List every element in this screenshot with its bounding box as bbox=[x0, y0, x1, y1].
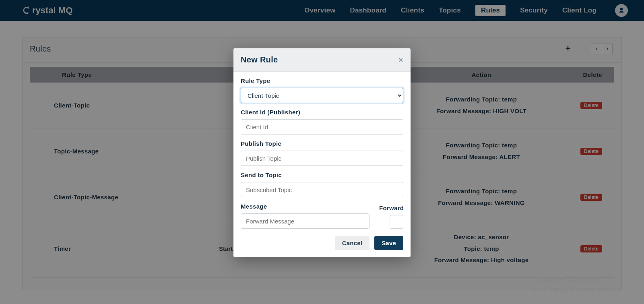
label-send-to-topic: Send to Topic bbox=[241, 172, 403, 178]
modal-header: New Rule × bbox=[233, 48, 411, 72]
modal-overlay[interactable]: New Rule × Rule Type Client-Topic Client… bbox=[0, 0, 644, 304]
label-forward: Forward bbox=[379, 205, 403, 211]
modal-actions: Cancel Save bbox=[241, 236, 403, 250]
modal-title: New Rule bbox=[241, 55, 278, 64]
forward-checkbox[interactable] bbox=[390, 215, 403, 229]
label-rule-type: Rule Type bbox=[241, 77, 403, 84]
modal-body: Rule Type Client-Topic Client Id (Publis… bbox=[233, 72, 411, 257]
new-rule-modal: New Rule × Rule Type Client-Topic Client… bbox=[233, 48, 411, 257]
label-publish-topic: Publish Topic bbox=[241, 140, 403, 147]
cancel-button[interactable]: Cancel bbox=[335, 236, 369, 250]
save-button[interactable]: Save bbox=[374, 236, 403, 250]
message-input[interactable] bbox=[241, 213, 369, 229]
label-message: Message bbox=[241, 203, 369, 210]
send-to-topic-input[interactable] bbox=[241, 182, 403, 197]
publish-topic-input[interactable] bbox=[241, 151, 403, 166]
client-id-input[interactable] bbox=[241, 119, 403, 134]
modal-close-button[interactable]: × bbox=[398, 56, 403, 64]
close-icon: × bbox=[398, 55, 403, 65]
rule-type-select[interactable]: Client-Topic bbox=[241, 88, 403, 103]
label-client-id: Client Id (Publisher) bbox=[241, 109, 403, 116]
